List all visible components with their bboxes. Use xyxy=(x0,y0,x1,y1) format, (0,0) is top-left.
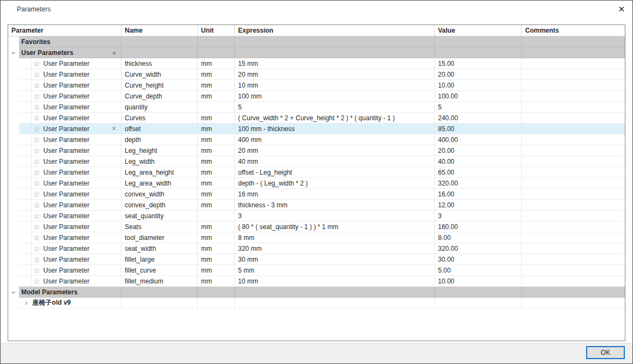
parameter-row-leg-width[interactable]: ☆ User Parameter ✕ Leg_width mm 40 mm 40… xyxy=(8,156,625,167)
parameter-row-curve-width[interactable]: ☆ User Parameter ✕ Curve_width mm 20 mm … xyxy=(8,69,625,80)
parameter-row-thickness[interactable]: ☆ User Parameter ✕ thickness mm 15 mm 15… xyxy=(8,58,625,69)
expression-cell[interactable]: 20 mm xyxy=(235,145,435,156)
favorite-star-icon[interactable]: ☆ xyxy=(33,180,40,187)
favorite-star-icon[interactable]: ☆ xyxy=(33,114,40,122)
expression-cell[interactable]: ( 80 * ( seat_quantity - 1 ) ) * 1 mm xyxy=(235,221,435,232)
comments-cell[interactable] xyxy=(522,134,625,145)
expression-cell[interactable]: 320 mm xyxy=(235,243,435,254)
parameter-row-fillet-curve[interactable]: ☆ User Parameter ✕ fillet_curve mm 5 mm … xyxy=(8,265,625,276)
favorite-star-icon[interactable]: ☆ xyxy=(33,267,40,274)
favorite-star-icon[interactable]: ☆ xyxy=(33,212,40,220)
name-cell[interactable]: offset xyxy=(121,124,198,134)
comments-cell[interactable] xyxy=(522,276,625,286)
name-cell[interactable]: Curve_width xyxy=(121,69,198,79)
expression-cell[interactable]: 20 mm xyxy=(235,69,435,79)
comments-cell[interactable] xyxy=(522,80,625,90)
favorite-star-icon[interactable]: ☆ xyxy=(33,190,40,198)
name-cell[interactable]: Curve_height xyxy=(121,80,198,90)
parameter-row-depth[interactable]: ☆ User Parameter ✕ depth mm 400 mm 400.0… xyxy=(8,134,625,145)
comments-cell[interactable] xyxy=(522,156,625,166)
section-row-model-parameters[interactable]: › Model Parameters + xyxy=(8,287,625,298)
expression-cell[interactable]: 16 mm xyxy=(235,189,435,199)
parameter-row-curve-depth[interactable]: ☆ User Parameter ✕ Curve_depth mm 100 mm… xyxy=(8,91,625,102)
favorite-star-icon[interactable]: ☆ xyxy=(33,147,40,155)
parameter-row-curves[interactable]: ☆ User Parameter ✕ Curves mm ( Curve_wid… xyxy=(8,113,625,124)
favorite-star-icon[interactable]: ☆ xyxy=(33,256,40,263)
comments-cell[interactable] xyxy=(522,113,625,123)
expression-cell[interactable]: ( Curve_width * 2 + Curve_height * 2 ) *… xyxy=(235,113,435,123)
parameter-row-tool-diameter[interactable]: ☆ User Parameter ✕ tool_diameter mm 8 mm… xyxy=(8,232,625,243)
parameter-row-leg-area-width[interactable]: ☆ User Parameter ✕ Leg_area_width mm dep… xyxy=(8,178,625,189)
name-cell[interactable]: convex_depth xyxy=(121,200,198,210)
ok-button[interactable]: OK xyxy=(586,346,625,359)
parameter-row-convex-depth[interactable]: ☆ User Parameter ✕ convex_depth mm thick… xyxy=(8,200,625,211)
model-row-old-v9[interactable]: › 座椅子old v9 xyxy=(8,298,625,309)
comments-cell[interactable] xyxy=(522,243,625,254)
favorite-star-icon[interactable]: ☆ xyxy=(33,92,40,100)
expression-cell[interactable]: 10 mm xyxy=(235,80,435,90)
dialog-title-bar[interactable]: Parameters ✕ xyxy=(1,1,632,19)
expression-cell[interactable]: 5 xyxy=(235,102,435,112)
name-cell[interactable]: fillet_curve xyxy=(121,265,198,275)
favorite-star-icon[interactable]: ☆ xyxy=(33,223,40,231)
expression-cell[interactable]: 30 mm xyxy=(235,254,435,264)
name-cell[interactable]: seat_quantity xyxy=(121,211,198,221)
add-parameter-icon[interactable]: + xyxy=(112,48,117,57)
name-cell[interactable]: thickness xyxy=(121,58,198,69)
parameter-row-convex-width[interactable]: ☆ User Parameter ✕ convex_width mm 16 mm… xyxy=(8,189,625,200)
favorite-star-icon[interactable]: ☆ xyxy=(33,125,40,133)
comments-cell[interactable] xyxy=(522,145,625,156)
comments-cell[interactable] xyxy=(522,221,625,232)
parameter-row-quantity[interactable]: ☆ User Parameter ✕ quantity 5 5 xyxy=(8,102,625,113)
expression-cell[interactable]: 3 xyxy=(235,211,435,221)
expression-cell[interactable]: 5 mm xyxy=(235,265,435,275)
parameter-row-seats[interactable]: ☆ User Parameter ✕ Seats mm ( 80 * ( sea… xyxy=(8,221,625,232)
name-cell[interactable]: Curves xyxy=(121,113,198,123)
close-icon[interactable]: ✕ xyxy=(615,3,628,15)
favorite-star-icon[interactable]: ☆ xyxy=(33,103,40,111)
favorite-star-icon[interactable]: ☆ xyxy=(33,71,40,78)
delete-parameter-icon[interactable]: ✕ xyxy=(112,125,117,132)
expression-cell[interactable]: 10 mm xyxy=(235,276,435,286)
name-cell[interactable]: fillet_medium xyxy=(121,276,198,286)
name-cell[interactable]: quantity xyxy=(121,102,198,112)
name-cell[interactable]: depth xyxy=(121,134,198,145)
section-row-user-parameters[interactable]: › User Parameters + xyxy=(8,47,625,58)
comments-cell[interactable] xyxy=(522,178,625,188)
expression-cell[interactable]: thickness - 3 mm xyxy=(235,200,435,210)
comments-cell[interactable] xyxy=(522,265,625,275)
name-cell[interactable]: Curve_depth xyxy=(121,91,198,101)
parameter-row-fillet-large[interactable]: ☆ User Parameter ✕ fillet_large mm 30 mm… xyxy=(8,254,625,265)
favorite-star-icon[interactable]: ☆ xyxy=(33,60,40,67)
name-cell[interactable]: fillet_large xyxy=(121,254,198,264)
favorite-star-icon[interactable]: ☆ xyxy=(33,82,40,89)
comments-cell[interactable] xyxy=(522,254,625,264)
name-cell[interactable]: Leg_width xyxy=(121,156,198,166)
expression-cell[interactable]: 100 mm xyxy=(235,91,435,101)
favorite-star-icon[interactable]: ☆ xyxy=(33,136,40,144)
parameter-row-fillet-medium[interactable]: ☆ User Parameter ✕ fillet_medium mm 10 m… xyxy=(8,276,625,287)
chevron-right-icon[interactable]: › xyxy=(25,299,27,307)
parameter-row-leg-height[interactable]: ☆ User Parameter ✕ Leg_height mm 20 mm 2… xyxy=(8,145,625,156)
expression-cell[interactable]: 40 mm xyxy=(235,156,435,166)
parameter-row-curve-height[interactable]: ☆ User Parameter ✕ Curve_height mm 10 mm… xyxy=(8,80,625,91)
expression-cell[interactable]: 400 mm xyxy=(235,134,435,145)
expression-cell[interactable]: depth - ( Leg_width * 2 ) xyxy=(235,178,435,188)
parameter-row-seat-width[interactable]: ☆ User Parameter ✕ seat_width mm 320 mm … xyxy=(8,243,625,254)
expression-cell[interactable]: offset - Leg_height xyxy=(235,167,435,177)
comments-cell[interactable] xyxy=(522,102,625,112)
name-cell[interactable]: Seats xyxy=(121,221,198,232)
comments-cell[interactable] xyxy=(522,200,625,210)
comments-cell[interactable] xyxy=(522,232,625,243)
favorite-star-icon[interactable]: ☆ xyxy=(33,201,40,209)
comments-cell[interactable] xyxy=(522,189,625,199)
parameter-row-leg-area-height[interactable]: ☆ User Parameter ✕ Leg_area_height mm of… xyxy=(8,167,625,178)
comments-cell[interactable] xyxy=(522,211,625,221)
name-cell[interactable]: Leg_area_height xyxy=(121,167,198,177)
favorite-star-icon[interactable]: ☆ xyxy=(33,245,40,252)
comments-cell[interactable] xyxy=(522,58,625,69)
comments-cell[interactable] xyxy=(522,91,625,101)
section-row-favorites[interactable]: › Favorites + xyxy=(8,36,625,47)
expression-cell[interactable]: 15 mm xyxy=(235,58,435,69)
name-cell[interactable]: tool_diameter xyxy=(121,232,198,243)
